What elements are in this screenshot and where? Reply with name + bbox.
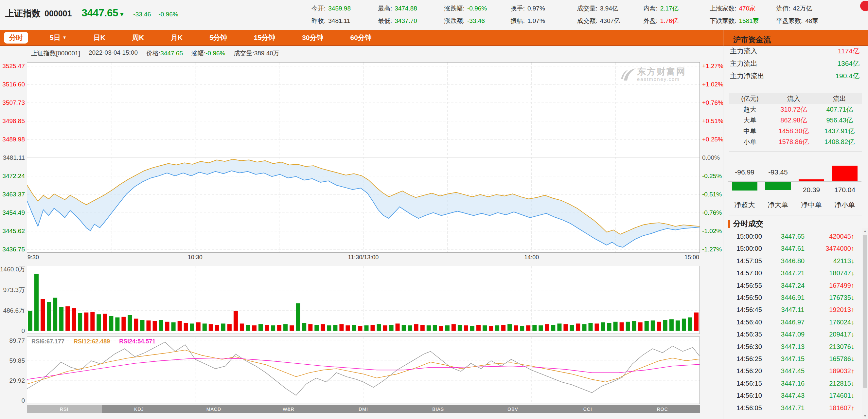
- scroll-down-icon[interactable]: ▼: [862, 413, 868, 419]
- tick-volume: 174601↓: [812, 392, 854, 399]
- stat-value: 3481.11: [328, 16, 350, 26]
- tab-15分钟[interactable]: 15分钟: [254, 33, 275, 42]
- fund-flow-value: 190.4亿: [835, 71, 860, 81]
- tick-time: 14:56:40: [723, 319, 773, 326]
- stat-label: 下跌家数:: [710, 16, 736, 26]
- header-stat-column: 涨跌幅:-0.96%涨跌额:-33.46: [444, 3, 511, 26]
- fund-row-outflow: 1437.91亿: [817, 127, 862, 136]
- stat-value: 470家: [739, 3, 756, 14]
- tick-price: 3447.21: [773, 269, 812, 277]
- watermark: 东方财富网 eastmoney.com: [620, 67, 686, 82]
- watermark-en: eastmoney.com: [637, 76, 686, 82]
- tab-月K[interactable]: 月K: [171, 33, 183, 42]
- indicator-tab-kdj[interactable]: KDJ: [102, 405, 177, 413]
- down-arrow-icon: ↓: [851, 257, 854, 265]
- stock-app: 上证指数 000001 3447.65 ▼ -33.46 -0.96% 今开:3…: [0, 0, 868, 419]
- tick-price: 3446.80: [773, 257, 812, 265]
- net-flow-category: 净中单: [795, 200, 828, 210]
- stat-value: 0.97%: [527, 3, 545, 14]
- tab-60分钟[interactable]: 60分钟: [350, 33, 371, 42]
- indicator-tab-w&r[interactable]: W&R: [251, 405, 326, 413]
- indicator-tab-obv[interactable]: OBV: [475, 405, 550, 413]
- tick-price: 3447.16: [773, 380, 812, 387]
- eastmoney-logo-icon: [620, 67, 637, 82]
- indicator-tab-bias[interactable]: BIAS: [401, 405, 476, 413]
- tick-volume: 176024↓: [812, 319, 854, 326]
- stat-label: 成交额:: [577, 16, 597, 26]
- tick-trade-row: 15:00:003447.65420045↑: [723, 231, 854, 243]
- tab-label: 30分钟: [302, 33, 323, 42]
- tick-time: 14:56:20: [723, 367, 773, 375]
- axis-tick-label: +0.25%: [702, 136, 732, 143]
- axis-tick-label: 3489.98: [0, 136, 25, 143]
- tick-time: 14:56:50: [723, 294, 773, 301]
- down-arrow-icon: ↓: [851, 319, 854, 326]
- tick-scrollbar[interactable]: ▲ ▼: [862, 228, 868, 419]
- axis-tick-label: 0: [0, 397, 25, 404]
- tab-日K[interactable]: 日K: [94, 33, 105, 42]
- tab-label: 5分钟: [209, 33, 227, 42]
- tick-trade-row: 14:56:503446.91176735↓: [723, 292, 854, 304]
- stat-value: 2.17亿: [660, 3, 679, 14]
- fund-table-header-cell: 流出: [817, 94, 862, 103]
- tab-5分钟[interactable]: 5分钟: [209, 33, 227, 42]
- tick-time: 14:57:05: [723, 257, 773, 265]
- tick-trades-title: 分时成交: [728, 219, 763, 229]
- time-tick-label: 11:30/13:00: [348, 254, 379, 261]
- intraday-chart: [27, 62, 700, 252]
- tab-分时[interactable]: 分时: [4, 32, 28, 43]
- up-arrow-icon: ↑: [851, 233, 854, 240]
- intraday-chart-panel[interactable]: [27, 62, 700, 253]
- tab-5日[interactable]: 5日▼: [50, 33, 67, 42]
- rsi-chart-panel[interactable]: [27, 336, 700, 404]
- stat-label: 平盘家数:: [776, 16, 803, 26]
- stat-value: 3474.88: [395, 3, 417, 14]
- axis-tick-label: 89.77: [0, 337, 25, 345]
- tick-price: 3446.91: [773, 294, 812, 301]
- fund-row-outflow: 407.71亿: [817, 105, 862, 114]
- tab-30分钟[interactable]: 30分钟: [302, 33, 323, 42]
- header-stat-column: 上涨家数:470家下跌家数:1581家: [710, 3, 776, 26]
- indicator-tab-rsi[interactable]: RSI: [27, 405, 102, 413]
- axis-tick-label: 3516.60: [0, 81, 25, 88]
- indicator-tabbar: RSIKDJMACDW&RDMIBIASOBVCCIROC: [27, 405, 700, 413]
- fund-flow-row: 主力流出1364亿: [730, 59, 860, 68]
- tick-price: 3447.24: [773, 282, 812, 289]
- axis-tick-label: +1.27%: [702, 62, 732, 70]
- fund-row-name: 中单: [729, 127, 771, 136]
- rsi-legend-item: RSI12:62.489: [73, 338, 110, 345]
- tick-time: 14:56:30: [723, 343, 773, 351]
- tick-price: 3447.61: [773, 245, 812, 252]
- tick-time: 14:56:15: [723, 380, 773, 387]
- indicator-tab-macd[interactable]: MACD: [176, 405, 251, 413]
- tick-trade-row: 14:56:203447.45189032↑: [723, 365, 854, 377]
- axis-tick-label: 3445.62: [0, 228, 25, 235]
- indicator-tab-dmi[interactable]: DMI: [326, 405, 401, 413]
- stat-label: 上涨家数:: [710, 3, 736, 14]
- stat-value: 1.07%: [527, 16, 545, 26]
- fund-row-inflow: 1578.86亿: [771, 138, 817, 146]
- axis-tick-label: -0.76%: [702, 209, 732, 216]
- indicator-tab-roc[interactable]: ROC: [625, 405, 700, 413]
- time-tick-label: 15:00: [684, 254, 699, 261]
- index-summary: 上证指数 000001 3447.65 ▼ -33.46 -0.96%: [5, 7, 184, 19]
- header-stat: 成交量:3.94亿: [577, 3, 644, 14]
- tab-周K[interactable]: 周K: [132, 33, 144, 42]
- tick-time: 14:56:55: [723, 282, 773, 289]
- tick-price: 3447.15: [773, 355, 812, 363]
- fund-table-header: (亿元)流入流出: [729, 93, 862, 104]
- indicator-tab-cci[interactable]: CCI: [550, 405, 625, 413]
- tab-label: 日K: [94, 33, 105, 42]
- axis-tick-label: 0: [0, 327, 25, 334]
- volume-chart-panel[interactable]: [27, 266, 700, 334]
- net-flow-column: -93.45净大单: [761, 154, 795, 213]
- axis-tick-label: 3525.47: [0, 62, 25, 70]
- notification-badge[interactable]: [860, 1, 868, 11]
- tick-price: 3447.43: [773, 392, 812, 399]
- net-flow-category: 净小单: [828, 200, 862, 210]
- scrollbar-thumb[interactable]: [863, 235, 867, 388]
- scroll-up-icon[interactable]: ▲: [862, 228, 868, 234]
- header-stat: 平盘家数:48家: [776, 16, 842, 26]
- tick-time: 14:56:35: [723, 331, 773, 338]
- down-arrow-icon: ↓: [851, 294, 854, 301]
